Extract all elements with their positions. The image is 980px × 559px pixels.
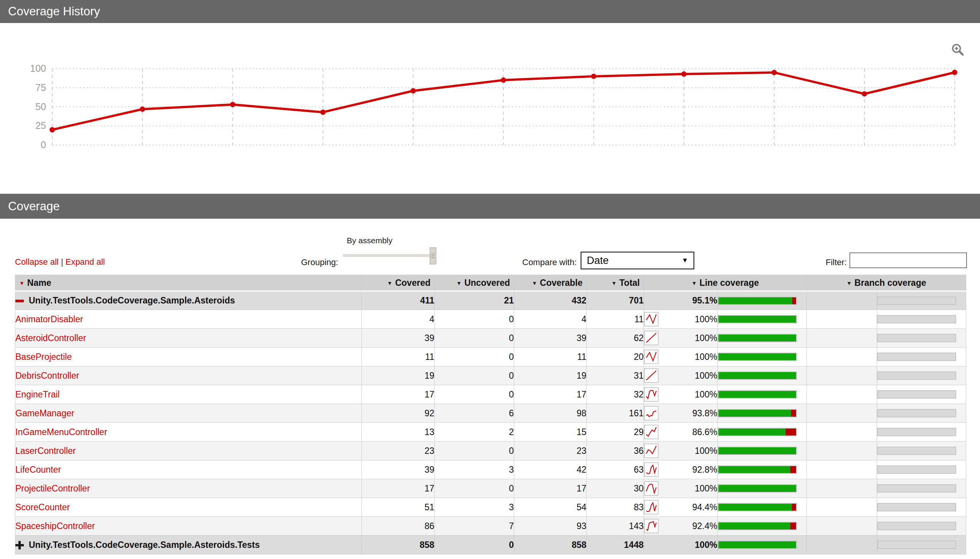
line-coverage-percent: 100% [658, 314, 717, 324]
branch-coverage-percent [807, 498, 877, 517]
expand-all-link[interactable]: Expand all [65, 257, 105, 267]
table-row: Unity.TestTools.CodeCoverage.Sample.Aste… [15, 536, 966, 554]
uncovered-value: 0 [435, 366, 514, 385]
chart-point [50, 127, 55, 132]
uncovered-value: 0 [435, 385, 514, 404]
covered-value: 23 [362, 442, 435, 460]
coverage-header: Coverage [0, 194, 980, 219]
line-coverage-percent: 100% [658, 333, 717, 343]
uncovered-value: 6 [435, 404, 514, 423]
uncovered-value: 0 [435, 310, 514, 329]
line-coverage-percent: 94.4% [658, 502, 717, 513]
svg-text:100: 100 [30, 63, 46, 74]
filter-input[interactable] [849, 253, 967, 268]
branch-coverage-bar [877, 428, 956, 436]
row-name[interactable]: EngineTrail [15, 389, 60, 399]
table-row: LaserController 23 0 23 36 100% [15, 442, 966, 460]
history-sparkline [644, 519, 658, 533]
grouping-slider[interactable] [343, 248, 443, 265]
row-name[interactable]: AnimatorDisabler [15, 314, 83, 324]
branch-coverage-bar [877, 447, 956, 455]
table-row: AsteroidController 39 0 39 62 100% [15, 329, 966, 347]
row-name[interactable]: GameManager [15, 408, 74, 418]
chart-point [320, 109, 326, 115]
covered-value: 858 [362, 536, 435, 554]
expand-collapse-icon[interactable] [15, 296, 24, 305]
coverable-value: 98 [514, 404, 587, 423]
history-sparkline [644, 462, 658, 477]
sort-arrow-icon: ▼ [387, 280, 393, 286]
history-sparkline [644, 331, 658, 345]
uncovered-value: 2 [435, 423, 514, 442]
sort-arrow-icon: ▼ [456, 280, 462, 286]
chart-point [681, 71, 686, 77]
line-coverage-percent: 100% [644, 540, 717, 550]
row-name[interactable]: LaserController [15, 446, 76, 456]
sort-arrow-icon: ▼ [691, 280, 697, 286]
covered-value: 411 [362, 291, 435, 310]
history-sparkline [644, 425, 658, 439]
coverage-table: ▼Name ▼Covered ▼Uncovered ▼Coverable ▼To… [15, 275, 966, 554]
compare-with-select[interactable]: Date ▼ [580, 252, 694, 270]
table-row: LifeCounter 39 3 42 63 92.8% [15, 460, 966, 479]
row-name[interactable]: BaseProjectile [15, 352, 72, 362]
covered-value: 4 [362, 310, 435, 329]
column-header-coverable[interactable]: ▼Coverable [514, 275, 587, 291]
coverage-title: Coverage [8, 200, 60, 213]
total-value: 161 [587, 404, 644, 423]
chart-point [411, 88, 416, 94]
chevron-down-icon: ▼ [682, 257, 688, 265]
uncovered-value: 0 [435, 479, 514, 498]
column-header-total[interactable]: ▼Total [587, 275, 644, 291]
line-coverage-bar [718, 503, 797, 511]
line-coverage-bar [718, 315, 797, 323]
total-value: 29 [587, 423, 644, 442]
row-name[interactable]: DebrisController [15, 370, 79, 380]
table-row: AnimatorDisabler 4 0 4 11 100% [15, 310, 966, 329]
line-coverage-percent: 93.8% [658, 408, 717, 418]
filter-label: Filter: [826, 258, 847, 268]
coverable-value: 23 [514, 442, 587, 460]
row-name[interactable]: ScoreCounter [15, 502, 70, 512]
line-coverage-bar [718, 522, 797, 530]
coverable-value: 42 [514, 460, 587, 479]
uncovered-value: 0 [435, 442, 514, 460]
coverable-value: 11 [514, 347, 587, 366]
column-header-name[interactable]: ▼Name [15, 275, 362, 291]
uncovered-value: 3 [435, 460, 514, 479]
column-header-uncovered[interactable]: ▼Uncovered [435, 275, 514, 291]
row-name[interactable]: AsteroidController [15, 333, 86, 343]
line-coverage-bar [718, 465, 797, 474]
zoom-in-icon[interactable] [951, 43, 965, 58]
row-name[interactable]: SpaceshipController [15, 521, 95, 531]
row-name[interactable]: LifeCounter [15, 465, 61, 475]
covered-value: 11 [362, 347, 435, 366]
branch-coverage-bar [877, 296, 956, 305]
row-name[interactable]: ProjectileController [15, 483, 90, 493]
expand-collapse-icon[interactable] [15, 541, 24, 549]
coverable-value: 432 [514, 291, 587, 310]
branch-coverage-bar [877, 315, 956, 323]
collapse-expand-links: Collapse all|Expand all [15, 257, 105, 267]
collapse-all-link[interactable]: Collapse all [15, 257, 59, 267]
column-header-branch-coverage[interactable]: ▼Branch coverage [807, 275, 966, 291]
column-header-covered[interactable]: ▼Covered [362, 275, 435, 291]
slider-track[interactable] [343, 255, 436, 257]
line-coverage-bar [718, 447, 797, 455]
coverable-value: 93 [514, 517, 587, 536]
history-sparkline [644, 481, 658, 496]
compare-with-label: Compare with: [522, 258, 577, 268]
chart-point [140, 106, 145, 112]
branch-coverage-bar [877, 352, 956, 361]
sort-arrow-icon: ▼ [846, 280, 852, 286]
line-coverage-percent: 95.1% [644, 295, 717, 306]
coverable-value: 15 [514, 423, 587, 442]
branch-coverage-bar [877, 503, 956, 511]
table-row: SpaceshipController 86 7 93 143 92.4% [15, 517, 966, 536]
column-header-line-coverage[interactable]: ▼Line coverage [644, 275, 807, 291]
total-value: 83 [587, 498, 644, 517]
slider-thumb[interactable] [430, 248, 436, 265]
row-name[interactable]: InGameMenuController [15, 427, 107, 437]
history-sparkline [644, 387, 658, 402]
table-row: ProjectileController 17 0 17 30 100% [15, 479, 966, 498]
